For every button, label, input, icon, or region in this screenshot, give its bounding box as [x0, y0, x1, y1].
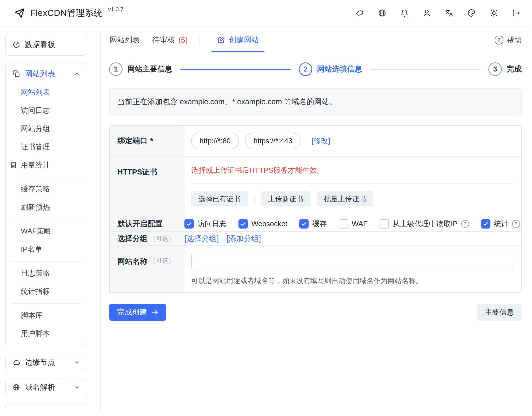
sidebar-item-label: 脚本库 — [21, 310, 43, 320]
sidebar-item-stat-metrics[interactable]: 统计指标 — [6, 282, 87, 301]
checkbox-checked-icon — [184, 219, 194, 229]
sidebar: 数据看板 网站列表 网站列表 访问日志 网站分组 证书管理 — [5, 34, 87, 408]
steps-progress: 1 网站主要信息 2 网站选填信息 3 完成 — [109, 62, 522, 76]
copy-icon — [12, 70, 20, 78]
upload-new-cert-button[interactable]: 上传新证书 — [261, 191, 310, 206]
sidebar-item-usage-stats[interactable]: 用量统计 — [6, 156, 87, 174]
translate-icon[interactable] — [445, 9, 454, 17]
field-label: 网站名称 — [117, 256, 148, 267]
sidebar-item-purge-preheat[interactable]: 刷新预热 — [6, 198, 87, 216]
field-label: 默认开启配置 — [117, 219, 163, 229]
step-1: 1 网站主要信息 — [109, 62, 172, 76]
cert-warning-text: 选择或上传证书后HTTPS服务才能生效。 — [191, 163, 513, 175]
help-label: 帮助 — [507, 35, 522, 45]
sidebar-next-section-partial — [5, 404, 87, 408]
checkbox-waf[interactable]: WAF — [339, 219, 368, 229]
site-name-input[interactable] — [191, 253, 513, 270]
step-number: 1 — [109, 62, 123, 76]
sidebar-item-site-groups[interactable]: 网站分组 — [6, 120, 87, 138]
tab-site-list[interactable]: 网站列表 — [109, 33, 140, 52]
sidebar-item-log-policy[interactable]: 日志策略 — [6, 264, 87, 282]
tab-create-site[interactable]: 创建网站 — [211, 33, 264, 52]
modify-ports-link[interactable]: [修改] — [311, 136, 330, 146]
step-label: 完成 — [507, 64, 522, 74]
sidebar-item-cert-management[interactable]: 证书管理 — [6, 138, 87, 156]
sidebar-item-dashboard[interactable]: 数据看板 — [5, 34, 87, 56]
field-label: 绑定端口 — [117, 136, 148, 146]
step-3: 3 完成 — [488, 62, 522, 76]
globe-icon[interactable] — [378, 9, 387, 17]
checkbox-label: 统计 — [494, 219, 509, 229]
select-existing-cert-button[interactable]: 选择已有证书 — [191, 191, 248, 206]
question-circle-icon[interactable]: ? — [461, 220, 469, 228]
tab-label: 待审核 — [152, 35, 175, 45]
sun-icon[interactable] — [489, 9, 498, 17]
sidebar-item-dns[interactable]: 域名解析 — [5, 379, 87, 396]
sidebar-scrollbar[interactable] — [100, 34, 101, 410]
step-number: 2 — [299, 62, 312, 76]
step-label: 网站主要信息 — [127, 64, 172, 74]
globe-icon — [12, 384, 20, 391]
step-2: 2 网站选填信息 — [299, 62, 362, 76]
gauge-icon — [12, 41, 20, 49]
optional-mark: （可选） — [150, 235, 175, 243]
site-name-hint: 可以是网站用途或者域名等，如果没有填写则自动使用域名作为网站名称。 — [191, 276, 513, 285]
form-row-site-name: 网站名称（可选） 可以是网站用途或者域名等，如果没有填写则自动使用域名作为网站名… — [110, 245, 521, 292]
sidebar-item-cache-policy[interactable]: 缓存策略 — [6, 180, 87, 198]
domains-notice-banner: 当前正在添加包含 example.com、*.example.com 等域名的网… — [109, 88, 522, 115]
https-cert-content: 选择或上传证书后HTTPS服务才能生效。 选择已有证书 上传新证书 批量上传证书 — [184, 157, 521, 216]
bell-icon[interactable] — [400, 9, 409, 17]
checkbox-unchecked-icon — [380, 219, 389, 229]
brand: FlexCDN管理系统 v1.0.7 — [14, 7, 123, 19]
sidebar-item-ip-list[interactable]: IP名单 — [6, 240, 87, 258]
palette-icon[interactable] — [467, 9, 476, 17]
document-icon — [10, 161, 17, 169]
sidebar-item-label: 网站分组 — [21, 124, 50, 134]
checkbox-cache[interactable]: 缓存 — [299, 219, 327, 229]
app-title: FlexCDN管理系统 — [30, 7, 103, 19]
sidebar-item-user-scripts[interactable]: 用户脚本 — [6, 324, 87, 343]
select-group-link[interactable]: [选择分组] — [184, 233, 219, 244]
step-connector — [370, 69, 481, 70]
sidebar-item-label: 缓存策略 — [21, 184, 50, 194]
chevron-down-icon — [74, 384, 81, 391]
user-icon[interactable] — [422, 9, 431, 17]
sidebar-item-access-logs[interactable]: 访问日志 — [6, 101, 87, 120]
sidebar-group-label: 网站列表 — [25, 69, 55, 79]
select-group-content: [选择分组] [添加分组] — [184, 232, 521, 245]
checkbox-read-ip-from-proxy[interactable]: 从上级代理中读取IP ? — [380, 219, 469, 229]
sidebar-item-label: WAF策略 — [21, 226, 51, 236]
add-group-link[interactable]: [添加分组] — [227, 233, 261, 244]
sidebar-item-edge-nodes[interactable]: 边缘节点 — [5, 354, 87, 371]
question-circle-icon[interactable]: ? — [512, 220, 520, 228]
sidebar-item-waf-policy[interactable]: WAF策略 — [6, 222, 87, 240]
checkbox-checked-icon — [238, 219, 248, 229]
field-label: 选择分组 — [117, 233, 148, 244]
oval-icon[interactable] — [355, 9, 364, 17]
arrow-right-icon — [151, 309, 158, 316]
sidebar-item-label: 日志策略 — [21, 268, 50, 278]
batch-upload-cert-button[interactable]: 批量上传证书 — [317, 191, 373, 206]
checkbox-label: WAF — [352, 220, 368, 228]
sidebar-item-script-library[interactable]: 脚本库 — [6, 306, 87, 324]
checkbox-stats[interactable]: 统计 ? — [481, 219, 520, 229]
tab-label: 网站列表 — [110, 35, 140, 45]
default-config-content: 访问日志 Websocket 缓存 WAF — [184, 216, 521, 231]
main-info-button[interactable]: 主要信息 — [477, 304, 522, 321]
sidebar-item-label: 统计指标 — [21, 287, 50, 296]
tab-pending-review[interactable]: 待审核(5) — [152, 33, 188, 52]
sidebar-group-websites-header[interactable]: 网站列表 — [6, 64, 87, 83]
port-chip-https[interactable]: https://*:443 — [245, 133, 301, 149]
checkbox-websocket[interactable]: Websocket — [238, 219, 287, 229]
sidebar-separator — [12, 303, 82, 304]
sidebar-item-label: 网站列表 — [21, 87, 50, 97]
port-chip-http[interactable]: http://*:80 — [191, 133, 239, 149]
help-button[interactable]: ? 帮助 — [495, 35, 522, 52]
chevron-up-icon — [74, 70, 81, 77]
logout-icon[interactable] — [512, 9, 521, 17]
sidebar-item-label: IP名单 — [21, 244, 42, 254]
finish-create-button[interactable]: 完成创建 — [109, 304, 166, 321]
sidebar-item-site-list[interactable]: 网站列表 — [6, 83, 87, 101]
app-logo-icon — [14, 7, 25, 19]
checkbox-access-log[interactable]: 访问日志 — [184, 219, 227, 229]
